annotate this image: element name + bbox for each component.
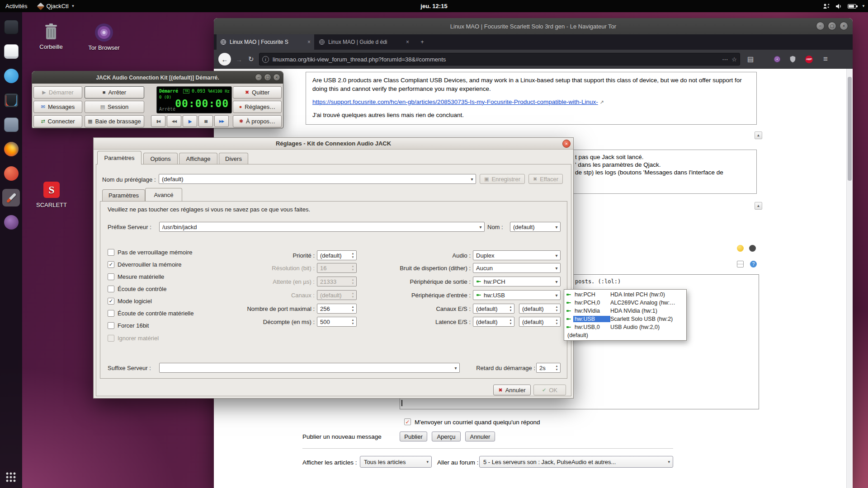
patchbay-button[interactable]: ▦Baie de brassage bbox=[85, 115, 144, 127]
dock-item-photos[interactable] bbox=[2, 164, 20, 182]
bookmark-star-icon[interactable]: ☆ bbox=[731, 56, 737, 63]
dropdown-arrow-icon[interactable]: ▾ bbox=[553, 263, 560, 272]
qjackctl-maximize-button[interactable]: ▢ bbox=[264, 74, 271, 81]
transport-rewind-button[interactable]: ◀◀ bbox=[167, 115, 181, 127]
input-device-combo[interactable]: hw:USB ▾ bbox=[473, 290, 561, 300]
site-info-icon[interactable]: i bbox=[262, 56, 269, 63]
dock-item-terminal[interactable] bbox=[2, 18, 20, 36]
desktop-icon-tor-browser[interactable]: Tor Browser bbox=[87, 23, 121, 51]
menu-button[interactable]: ≡ bbox=[823, 50, 828, 69]
io-channels-out-spin[interactable]: (default) ▴▾ bbox=[519, 304, 561, 314]
library-icon[interactable]: ▤ bbox=[747, 50, 754, 69]
dock-item-qjackctl[interactable] bbox=[2, 189, 20, 206]
device-option-hw-pch-0[interactable]: hw:PCH,0 ALC269VC Analog (hw:… bbox=[564, 299, 686, 307]
priority-spin[interactable]: (default) ▴▾ bbox=[317, 250, 357, 260]
channels-spin[interactable]: (default) ▴▾ bbox=[317, 290, 357, 300]
settings-button[interactable]: ●Réglages… bbox=[233, 101, 282, 113]
desktop-icon-scarlett[interactable]: S SCARLETT bbox=[34, 180, 69, 208]
transport-play-button[interactable]: ▶ bbox=[183, 115, 197, 127]
dock-item-files[interactable] bbox=[2, 116, 20, 133]
messages-button[interactable]: ✉Messages bbox=[33, 101, 82, 113]
activities-button[interactable]: Activités bbox=[0, 0, 33, 12]
checkbox-ignore-hw[interactable]: Ignorer matériel bbox=[108, 334, 159, 342]
smiley-icon[interactable] bbox=[737, 245, 744, 252]
start-delay-spin[interactable]: 2s ▴▾ bbox=[536, 363, 561, 373]
scrollbar-thumb[interactable] bbox=[848, 77, 852, 181]
server-prefix-combo[interactable]: /usr/bin/jackd ▾ bbox=[159, 222, 485, 232]
goto-forum-select[interactable]: 5 - Les serveurs son : Jack, PulseAudio … bbox=[479, 456, 673, 468]
start-button[interactable]: ▶Démarrer bbox=[33, 86, 82, 99]
adblock-icon[interactable]: ABP bbox=[805, 50, 813, 69]
checkbox-monitor[interactable]: Écoute de contrôle bbox=[108, 285, 166, 292]
cancel-post-button[interactable]: Annuler bbox=[465, 432, 495, 441]
dialog-cancel-button[interactable]: ✖Annuler bbox=[493, 385, 531, 395]
dropdown-arrow-icon[interactable]: ▾ bbox=[553, 222, 560, 231]
device-option-hw-pch[interactable]: hw:PCH HDA Intel PCH (hw:0) bbox=[564, 291, 686, 299]
dialog-close-button[interactable]: × bbox=[562, 140, 571, 148]
spinner-arrows[interactable]: ▴▾ bbox=[553, 363, 560, 372]
dock-item-tor[interactable] bbox=[2, 213, 20, 231]
dock-item-studio[interactable] bbox=[2, 91, 20, 109]
new-tab-button[interactable]: + bbox=[415, 34, 429, 50]
tab-options[interactable]: Options bbox=[143, 153, 178, 164]
transport-pause-button[interactable]: ▮▮ bbox=[198, 115, 213, 127]
checkbox-unlock-memory[interactable]: ✓ Déverrouiller la mémoire bbox=[108, 261, 182, 268]
dropdown-arrow-icon[interactable]: ▾ bbox=[553, 251, 560, 260]
resolution-spin[interactable]: 16 ▴▾ bbox=[317, 263, 357, 273]
checkbox-softmode[interactable]: ✓ Mode logiciel bbox=[108, 297, 152, 305]
focusrite-support-link[interactable]: https://support.focusrite.com/hc/en-gb/a… bbox=[312, 99, 598, 105]
browser-close-button[interactable]: × bbox=[840, 22, 848, 30]
dialog-ok-button[interactable]: ✔OK bbox=[533, 385, 566, 395]
spinner-arrows[interactable]: ▴▾ bbox=[553, 317, 560, 326]
transport-backward-button[interactable]: ▮◀ bbox=[151, 115, 165, 127]
spinner-arrows[interactable]: ▴▾ bbox=[349, 251, 356, 260]
device-option-hw-usb-0[interactable]: hw:USB,0 USB Audio (hw:2,0) bbox=[564, 323, 686, 331]
app-menu-button[interactable]: QjackCtl ▼ bbox=[33, 0, 80, 12]
publish-button[interactable]: Publier bbox=[400, 432, 427, 441]
transport-forward-button[interactable]: ▶▶ bbox=[214, 115, 229, 127]
spinner-arrows[interactable]: ▴▾ bbox=[349, 317, 356, 326]
dropdown-arrow-icon[interactable]: ▾ bbox=[477, 222, 484, 231]
subtab-avance[interactable]: Avancé bbox=[145, 188, 182, 201]
dialog-titlebar[interactable]: Réglages - Kit de Connexion Audio JACK bbox=[94, 138, 573, 150]
preset-combo[interactable]: (default) ▾ bbox=[159, 174, 476, 184]
tab-close-icon[interactable]: × bbox=[406, 39, 409, 45]
tab-close-icon[interactable]: × bbox=[307, 39, 311, 45]
tab-affichage[interactable]: Affichage bbox=[179, 153, 217, 164]
help-icon[interactable]: ? bbox=[750, 261, 757, 267]
scroll-top-button[interactable]: ▲ bbox=[755, 202, 762, 210]
wait-spin[interactable]: 21333 ▴▾ bbox=[317, 277, 357, 286]
desktop-icon-trash[interactable]: Corbeille bbox=[34, 22, 68, 50]
tab-divers[interactable]: Divers bbox=[219, 153, 248, 164]
timeout-spin[interactable]: 500 ▴▾ bbox=[317, 317, 357, 327]
device-option-hw-nvidia[interactable]: hw:NVidia HDA NVidia (hw:1) bbox=[564, 307, 686, 315]
device-option-hw-usb[interactable]: hw:USB Scarlett Solo USB (hw:2) bbox=[564, 315, 686, 323]
spinner-arrows[interactable]: ▴▾ bbox=[507, 317, 514, 326]
max-ports-spin[interactable]: 256 ▴▾ bbox=[317, 304, 357, 314]
preset-erase-button[interactable]: ✖Effacer bbox=[528, 174, 563, 184]
io-latency-in-spin[interactable]: (default) ▴▾ bbox=[473, 317, 514, 327]
tab-parametres[interactable]: Paramètres bbox=[97, 151, 142, 164]
browser-titlebar[interactable]: Linux MAO | Focusrite Scarlett Solo 3rd … bbox=[214, 18, 853, 34]
server-name-combo[interactable]: (default) ▾ bbox=[510, 222, 561, 232]
server-suffix-combo[interactable]: ▾ bbox=[159, 363, 460, 373]
browser-minimize-button[interactable]: − bbox=[816, 22, 825, 30]
browser-tab-1[interactable]: Linux MAO | Focusrite S × bbox=[217, 34, 314, 50]
qjackctl-minimize-button[interactable]: − bbox=[255, 74, 262, 81]
back-button[interactable]: ← bbox=[218, 53, 231, 66]
smiley-dark-icon[interactable] bbox=[749, 245, 756, 252]
browser-maximize-button[interactable]: ▢ bbox=[828, 22, 836, 30]
checkbox-hw-monitor[interactable]: Écoute de contrôle matérielle bbox=[108, 310, 193, 317]
spinner-arrows[interactable]: ▴▾ bbox=[349, 304, 356, 313]
system-tray[interactable]: ▼ bbox=[823, 0, 865, 12]
preset-save-button[interactable]: ▣Enregistrer bbox=[480, 174, 525, 184]
reload-button[interactable]: ↻ bbox=[248, 50, 254, 69]
quit-button[interactable]: ✖Quitter bbox=[233, 86, 282, 99]
checkbox-no-memory-lock[interactable]: Pas de verrouillage mémoire bbox=[108, 249, 192, 256]
forward-button[interactable]: → bbox=[236, 50, 242, 69]
connect-button[interactable]: ⇄Connecter bbox=[33, 115, 82, 127]
filter-select[interactable]: Tous les articles ▾ bbox=[360, 456, 432, 468]
noscript-shield-icon[interactable] bbox=[789, 50, 796, 69]
session-button[interactable]: ▤Session bbox=[85, 101, 144, 113]
audio-combo[interactable]: Duplex ▾ bbox=[473, 250, 561, 260]
